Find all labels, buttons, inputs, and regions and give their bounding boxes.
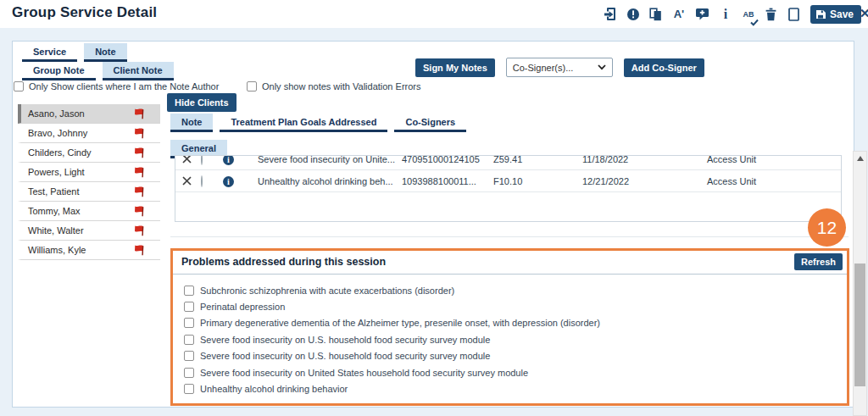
import-note-icon[interactable]	[604, 6, 617, 23]
flag-icon[interactable]	[132, 244, 145, 257]
problem-grid-row[interactable]: i Severe food insecurity on Unite... 470…	[175, 155, 841, 170]
tab-co-signers[interactable]: Co-Signers	[394, 114, 466, 132]
tab-treatment-plan-goals[interactable]: Treatment Plan Goals Addressed	[220, 114, 387, 132]
problem-checkbox[interactable]	[184, 368, 194, 378]
refresh-button[interactable]: Refresh	[794, 253, 843, 270]
client-name: Childers, Cindy	[28, 147, 92, 158]
copy-icon[interactable]	[649, 6, 663, 23]
note-author-label: Only Show clients where I am the Note Au…	[29, 81, 219, 92]
problem-item: Perinatal depression	[173, 298, 847, 314]
problems-panel-header: Problems addressed during this session R…	[173, 251, 847, 275]
cell-problem: Unhealthy alcohol drinking beh...	[258, 170, 393, 192]
client-row[interactable]: Asano, Jason	[18, 104, 160, 124]
problem-checkbox[interactable]	[184, 335, 194, 345]
note-detail-tabs: Note Treatment Plan Goals Addressed Co-S…	[170, 114, 466, 132]
annotation-step-badge: 12	[808, 208, 846, 247]
validation-errors-checkbox[interactable]	[247, 81, 257, 92]
client-name: Test, Patient	[28, 186, 80, 197]
page-title: Group Service Detail	[12, 4, 157, 21]
flag-icon[interactable]	[132, 225, 145, 237]
client-row[interactable]: Test, Patient	[18, 182, 160, 202]
problem-grid-row[interactable]: i Unhealthy alcohol drinking beh... 1093…	[175, 170, 841, 192]
group-service-panel: Service Note Group Note Client Note Sign…	[12, 41, 854, 408]
problem-label: Severe food insecurity on United States …	[200, 368, 528, 378]
row-radio[interactable]	[201, 155, 203, 164]
problems-addressed-panel: Problems addressed during this session R…	[170, 248, 849, 406]
client-name: Tommy, Max	[28, 206, 81, 216]
save-button[interactable]: Save	[810, 5, 861, 24]
row-radio[interactable]	[201, 176, 203, 186]
cell-unit: Access Unit	[707, 155, 756, 170]
flag-icon[interactable]	[132, 147, 145, 159]
filter-validation-errors: Only show notes with Validation Errors	[247, 81, 421, 92]
delete-icon[interactable]	[765, 6, 778, 23]
client-name: Powers, Light	[28, 167, 85, 177]
remove-icon[interactable]	[182, 155, 192, 165]
info-icon[interactable]: i	[719, 6, 732, 23]
tab-service[interactable]: Service	[22, 43, 77, 62]
problem-item: Primary degenerative dementia of the Alz…	[173, 315, 847, 331]
client-name: Williams, Kyle	[28, 245, 86, 255]
client-row[interactable]: Tommy, Max	[18, 202, 160, 221]
problems-grid: i Severe food insecurity on Unite... 470…	[175, 155, 842, 222]
primary-tabs: Service Note	[22, 43, 127, 62]
sign-my-notes-button[interactable]: Sign My Notes	[415, 58, 495, 77]
problem-checkbox[interactable]	[184, 351, 194, 361]
tab-note[interactable]: Note	[84, 43, 126, 62]
scrollbar-thumb[interactable]	[854, 263, 865, 386]
problems-checkbox-list: Subchronic schizophrenia with acute exac…	[173, 275, 847, 397]
tab-note-detail[interactable]: Note	[170, 114, 213, 132]
problem-label: Severe food insecurity on U.S. household…	[200, 351, 490, 361]
client-row[interactable]: Williams, Kyle	[18, 241, 160, 260]
validation-errors-label: Only show notes with Validation Errors	[262, 81, 421, 92]
secondary-tabs: Group Note Client Note	[22, 62, 174, 80]
cell-snomed-code: 1093988100011...	[402, 170, 476, 192]
flag-icon[interactable]	[132, 166, 145, 179]
flag-icon[interactable]	[132, 205, 145, 218]
problem-item: Severe food insecurity on U.S. household…	[173, 348, 847, 364]
problem-item: Subchronic schizophrenia with acute exac…	[173, 282, 847, 298]
sign-bar: Sign My Notes Co-Signer(s)... Add Co-Sig…	[415, 58, 704, 77]
client-row[interactable]: Childers, Cindy	[18, 143, 160, 163]
co-signer-dropdown[interactable]: Co-Signer(s)...	[506, 58, 613, 77]
problem-item: Unhealthy alcohol drinking behavior	[173, 380, 847, 397]
problem-label: Primary degenerative dementia of the Alz…	[200, 318, 600, 328]
note-author-checkbox[interactable]	[14, 81, 24, 92]
row-info-icon[interactable]: i	[223, 176, 234, 187]
problem-checkbox[interactable]	[184, 302, 194, 312]
row-info-icon[interactable]: i	[223, 155, 234, 165]
problem-item: Severe food insecurity on United States …	[173, 364, 847, 380]
cell-unit: Access Unit	[707, 170, 756, 192]
add-co-signer-button[interactable]: Add Co-Signer	[624, 58, 704, 77]
flag-icon[interactable]	[132, 108, 145, 120]
close-icon[interactable]: ✕	[860, 6, 868, 21]
vertical-scrollbar[interactable]	[853, 151, 867, 416]
filter-note-author: Only Show clients where I am the Note Au…	[14, 81, 219, 92]
cell-icd-code: F10.10	[493, 170, 522, 192]
scroll-up-arrow-icon[interactable]	[854, 152, 866, 165]
new-document-icon[interactable]	[787, 6, 801, 23]
client-row[interactable]: Bravo, Johnny	[18, 124, 160, 143]
floppy-icon	[815, 9, 826, 19]
cell-date: 12/21/2022	[582, 170, 629, 192]
flag-icon[interactable]	[132, 186, 145, 198]
font-size-icon[interactable]: A'	[672, 6, 686, 23]
chevron-down-icon	[598, 64, 606, 70]
problem-checkbox[interactable]	[184, 384, 194, 394]
problem-checkbox[interactable]	[184, 318, 194, 328]
tab-client-note[interactable]: Client Note	[103, 62, 174, 80]
client-row[interactable]: Powers, Light	[18, 163, 160, 182]
alert-icon[interactable]	[626, 6, 640, 23]
problem-checkbox[interactable]	[184, 286, 194, 296]
flag-icon[interactable]	[132, 127, 145, 140]
client-name: White, Walter	[28, 225, 84, 236]
problems-panel-title: Problems addressed during this session	[181, 256, 386, 268]
remove-icon[interactable]	[182, 176, 192, 187]
add-comment-icon[interactable]	[695, 6, 709, 23]
problem-label: Severe food insecurity on U.S. household…	[200, 335, 490, 345]
cell-problem: Severe food insecurity on Unite...	[258, 155, 395, 170]
client-row[interactable]: White, Walter	[18, 221, 160, 241]
tab-group-note[interactable]: Group Note	[22, 62, 96, 80]
spell-check-icon[interactable]: AB	[742, 6, 755, 23]
hide-clients-button[interactable]: Hide Clients	[167, 93, 236, 112]
